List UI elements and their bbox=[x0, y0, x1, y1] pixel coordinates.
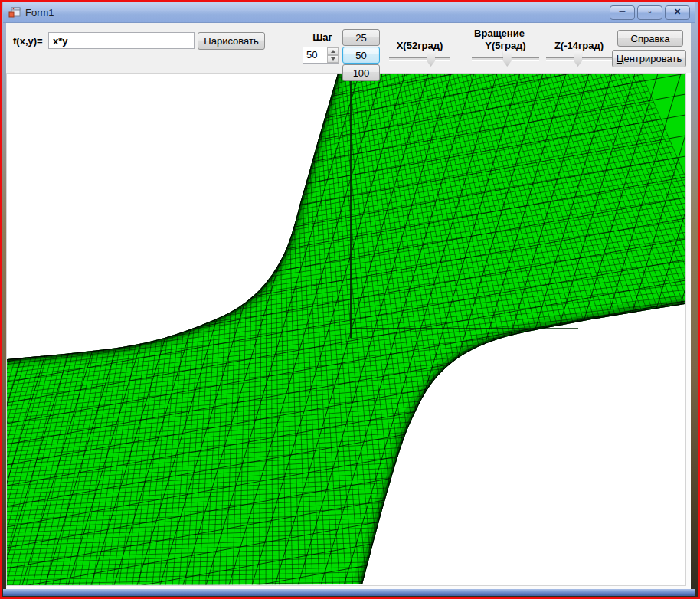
window-bottom-frame bbox=[3, 589, 695, 596]
client-area: f(x,y)= Нарисовать Шаг 50 25 50 100 Вращ… bbox=[6, 23, 691, 589]
rotation-y-label: Y(5град) bbox=[470, 40, 541, 51]
step-25-button[interactable]: 25 bbox=[342, 29, 380, 46]
function-input[interactable] bbox=[48, 32, 195, 49]
step-value: 50 bbox=[303, 47, 327, 63]
close-button[interactable]: ✕ bbox=[665, 5, 690, 20]
rotation-x-thumb[interactable] bbox=[427, 51, 435, 67]
rotation-z-slider[interactable]: Z(-14град) bbox=[545, 23, 613, 70]
step-down-button[interactable] bbox=[327, 55, 339, 63]
up-arrow-icon bbox=[331, 50, 335, 53]
step-up-button[interactable] bbox=[327, 47, 339, 55]
step-updown[interactable]: 50 bbox=[303, 47, 339, 64]
plot-canvas[interactable] bbox=[6, 73, 686, 586]
form-icon bbox=[8, 6, 21, 18]
minimize-button[interactable]: ─ bbox=[610, 5, 635, 20]
step-100-button[interactable]: 100 bbox=[342, 64, 380, 81]
window-title: Form1 bbox=[25, 7, 54, 18]
rotation-y-thumb[interactable] bbox=[503, 51, 512, 67]
center-button[interactable]: Центрировать bbox=[612, 50, 686, 67]
surface-plot bbox=[7, 74, 685, 585]
title-bar[interactable]: Form1 ─ ▫ ✕ bbox=[3, 2, 695, 23]
rotation-x-track[interactable] bbox=[389, 57, 450, 61]
draw-button[interactable]: Нарисовать bbox=[198, 32, 265, 50]
help-button[interactable]: Справка bbox=[617, 30, 683, 47]
step-50-button[interactable]: 50 bbox=[342, 47, 380, 64]
rotation-z-label: Z(-14град) bbox=[545, 40, 613, 51]
rotation-y-slider[interactable]: Y(5град) bbox=[470, 23, 541, 70]
rotation-z-thumb[interactable] bbox=[574, 51, 582, 67]
step-label: Шаг bbox=[305, 31, 340, 43]
maximize-button[interactable]: ▫ bbox=[637, 5, 662, 20]
function-label: f(x,y)= bbox=[13, 35, 43, 47]
rotation-x-slider[interactable]: X(52град) bbox=[388, 23, 452, 70]
app-window: Form1 ─ ▫ ✕ f(x,y)= Нарисовать Шаг 50 25… bbox=[3, 2, 695, 596]
rotation-x-label: X(52град) bbox=[388, 40, 452, 51]
down-arrow-icon bbox=[331, 57, 335, 61]
